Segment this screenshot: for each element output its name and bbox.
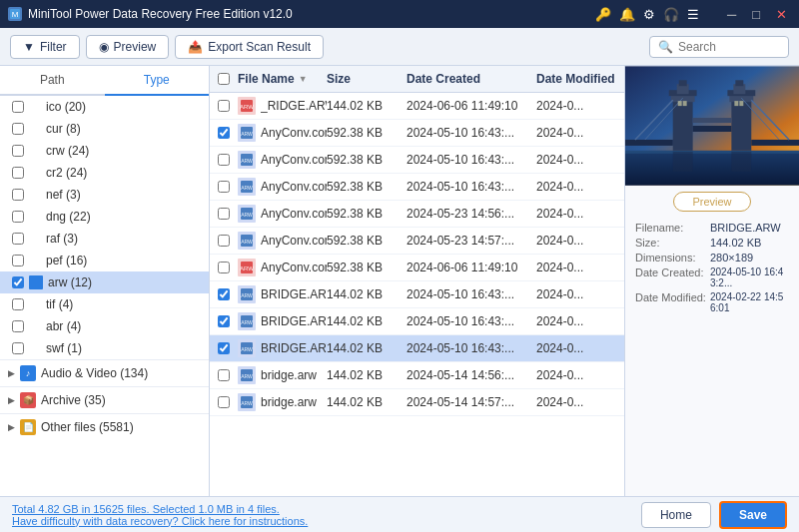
row-name-5: AnyConv.com__be... — [261, 234, 327, 248]
sidebar-group-archive[interactable]: ▶ 📦 Archive (35) — [0, 386, 209, 413]
sidebar-checkbox-pef[interactable] — [12, 255, 24, 266]
preview-button[interactable]: ◉ Preview — [86, 35, 170, 59]
sidebar-item[interactable]: ico (20) — [0, 96, 209, 118]
sidebar-checkbox-swf[interactable] — [12, 342, 24, 354]
sidebar-item[interactable]: abr (4) — [0, 315, 209, 337]
sidebar-checkbox-nef[interactable] — [12, 189, 24, 201]
save-button[interactable]: Save — [719, 501, 787, 529]
meta-row-date-created: Date Created: 2024-05-10 16:43:2... — [635, 266, 789, 288]
table-row[interactable]: ARW AnyConv.com__be... 592.38 KB 2024-05… — [210, 174, 624, 201]
row-checkbox-0[interactable] — [218, 100, 230, 112]
meta-value-dimensions: 280×189 — [710, 252, 753, 264]
table-row[interactable]: ARW bridge.arw 144.02 KB 2024-05-14 14:5… — [210, 362, 624, 389]
minimize-btn[interactable]: ─ — [723, 7, 740, 22]
row-date-created-4: 2024-05-23 14:56:... — [406, 207, 536, 221]
preview-image — [625, 66, 799, 186]
sidebar-item[interactable]: cur (8) — [0, 118, 209, 140]
row-name-9: BRIDGE.ARW — [261, 341, 327, 355]
preview-action-btn[interactable]: Preview — [673, 192, 750, 212]
sidebar-group-other[interactable]: ▶ 📄 Other files (5581) — [0, 413, 209, 440]
row-checkbox-4[interactable] — [218, 208, 230, 220]
row-size-9: 144.02 KB — [327, 341, 406, 355]
row-checkbox-11[interactable] — [218, 396, 230, 408]
export-button[interactable]: 📤 Export Scan Result — [175, 35, 324, 59]
table-row[interactable]: ARW AnyConv.com__be... 592.38 KB 2024-06… — [210, 255, 624, 281]
sidebar-checkbox-arw[interactable] — [12, 276, 24, 288]
row-checkbox-3[interactable] — [218, 181, 230, 193]
sidebar-item[interactable]: raf (3) — [0, 228, 209, 250]
maximize-btn[interactable]: □ — [748, 7, 764, 22]
row-checkbox-8[interactable] — [218, 315, 230, 327]
headphone-icon[interactable]: 🎧 — [663, 7, 679, 22]
sidebar-item[interactable]: arw (12) — [0, 271, 209, 293]
key-icon[interactable]: 🔑 — [595, 7, 611, 22]
row-checkbox-10[interactable] — [218, 369, 230, 381]
home-button[interactable]: Home — [641, 502, 711, 528]
file-icon-1: ARW — [238, 124, 256, 142]
sidebar-item[interactable]: dng (22) — [0, 206, 209, 228]
table-row[interactable]: ARW BRIDGE.ARW 144.02 KB 2024-05-10 16:4… — [210, 308, 624, 335]
sidebar-checkbox-cur[interactable] — [12, 123, 24, 135]
row-checkbox-9[interactable] — [218, 342, 230, 354]
sidebar-group-audio[interactable]: ▶ ♪ Audio & Video (134) — [0, 359, 209, 386]
sidebar-item-icon-dng — [29, 211, 41, 223]
circle-icon[interactable]: ⚙ — [643, 7, 655, 22]
table-row[interactable]: ARW AnyConv.com__be... 592.38 KB 2024-05… — [210, 201, 624, 228]
row-checkbox-5[interactable] — [218, 235, 230, 247]
sidebar-checkbox-crw[interactable] — [12, 145, 24, 157]
table-row[interactable]: ARW AnyConv.com__be... 592.38 KB 2024-05… — [210, 147, 624, 174]
sidebar-item[interactable]: pef (16) — [0, 250, 209, 271]
meta-value-filename: BRIDGE.ARW — [710, 222, 781, 234]
table-row[interactable]: ARW AnyConv.com__be... 592.38 KB 2024-05… — [210, 228, 624, 255]
statusbar: Total 4.82 GB in 15625 files. Selected 1… — [0, 496, 799, 532]
svg-text:M: M — [12, 10, 19, 19]
tab-type[interactable]: Type — [105, 66, 210, 96]
menu-icon[interactable]: ☰ — [687, 7, 699, 22]
titlebar-controls[interactable]: 🔑 🔔 ⚙ 🎧 ☰ ─ □ ✕ — [595, 7, 791, 22]
close-btn[interactable]: ✕ — [772, 7, 791, 22]
sidebar-checkbox-abr[interactable] — [12, 320, 24, 332]
sidebar-item[interactable]: cr2 (24) — [0, 162, 209, 184]
sidebar-item-label-tif: tif (4) — [46, 297, 73, 311]
table-row[interactable]: ARW AnyConv.com__be... 592.38 KB 2024-05… — [210, 120, 624, 147]
row-checkbox-7[interactable] — [218, 288, 230, 300]
sidebar-checkbox-tif[interactable] — [12, 298, 24, 310]
search-box[interactable]: 🔍 — [649, 36, 789, 58]
row-checkbox-1[interactable] — [218, 127, 230, 139]
sidebar-item[interactable]: crw (24) — [0, 140, 209, 162]
svg-text:ARW: ARW — [241, 212, 253, 218]
row-checkbox-2[interactable] — [218, 154, 230, 166]
sidebar-item-icon-nef — [29, 189, 41, 201]
sidebar-checkbox-ico[interactable] — [12, 101, 24, 113]
table-row[interactable]: ARW bridge.arw 144.02 KB 2024-05-14 14:5… — [210, 389, 624, 416]
select-all-checkbox[interactable] — [218, 73, 230, 85]
row-date-created-7: 2024-05-10 16:43:... — [406, 287, 536, 301]
sidebar-item[interactable]: nef (3) — [0, 184, 209, 206]
sidebar-item-label-crw: crw (24) — [46, 144, 89, 158]
table-row[interactable]: ARW _RIDGE.ARW 144.02 KB 2024-06-06 11:4… — [210, 93, 624, 120]
preview-panel: × — [624, 66, 799, 496]
sidebar-item-label-raf: raf (3) — [46, 232, 78, 246]
meta-row-date-modified: Date Modified: 2024-02-22 14:56:01 — [635, 291, 789, 313]
sidebar-checkbox-dng[interactable] — [12, 211, 24, 223]
row-date-modified-1: 2024-0... — [536, 126, 616, 140]
bell-icon[interactable]: 🔔 — [619, 7, 635, 22]
svg-text:ARW: ARW — [241, 292, 253, 298]
sidebar-item-label-nef: nef (3) — [46, 188, 81, 202]
row-size-5: 592.38 KB — [327, 234, 406, 248]
help-link[interactable]: Have difficulty with data recovery? Clic… — [12, 515, 308, 527]
svg-text:ARW: ARW — [241, 373, 253, 379]
sidebar-checkbox-cr2[interactable] — [12, 167, 24, 179]
sidebar-item[interactable]: tif (4) — [0, 293, 209, 315]
row-date-modified-4: 2024-0... — [536, 207, 616, 221]
row-name-10: bridge.arw — [261, 368, 327, 382]
table-row[interactable]: ARW BRIDGE.ARW 144.02 KB 2024-05-10 16:4… — [210, 281, 624, 308]
sidebar: Path Type ico (20) cur (8) crw (24) cr2 … — [0, 66, 210, 496]
search-input[interactable] — [678, 40, 788, 54]
sidebar-item[interactable]: swf (1) — [0, 337, 209, 359]
table-row[interactable]: ARW BRIDGE.ARW 144.02 KB 2024-05-10 16:4… — [210, 335, 624, 362]
tab-path[interactable]: Path — [0, 66, 105, 94]
sidebar-checkbox-raf[interactable] — [12, 233, 24, 245]
row-checkbox-6[interactable] — [218, 262, 230, 273]
filter-button[interactable]: ▼ Filter — [10, 35, 80, 59]
